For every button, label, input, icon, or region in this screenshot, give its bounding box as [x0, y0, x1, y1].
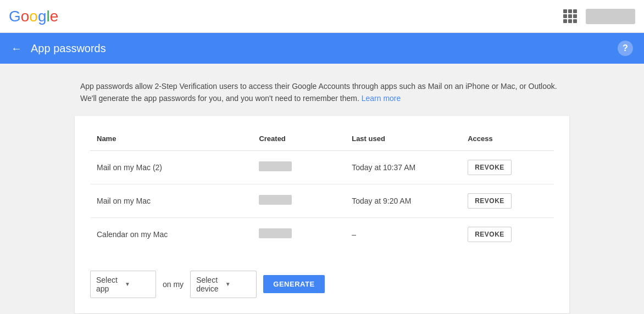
user-avatar[interactable]	[586, 9, 635, 24]
cell-last-used: Today at 9:20 AM	[345, 184, 461, 217]
col-header-access: Access	[461, 129, 554, 151]
logo-letter-e: e	[50, 8, 59, 25]
page-title: App passwords	[31, 42, 106, 55]
on-my-label: on my	[163, 280, 184, 289]
cell-access: REVOKE	[461, 184, 554, 217]
cell-name: Calendar on my Mac	[90, 217, 252, 251]
apps-grid-icon[interactable]	[563, 9, 577, 23]
top-nav-right	[563, 9, 635, 24]
cell-access: REVOKE	[461, 150, 554, 184]
help-button[interactable]: ?	[618, 41, 633, 56]
passwords-table: Name Created Last used Access Mail on my…	[90, 129, 554, 251]
table-row: Mail on my Mac (2) Today at 10:37 AM REV…	[90, 150, 554, 184]
generate-row: Select app ▼ on my Select device ▼ GENER…	[90, 266, 554, 298]
generate-button[interactable]: GENERATE	[263, 275, 324, 293]
table-row: Calendar on my Mac – REVOKE	[90, 217, 554, 251]
logo-letter-g: G	[9, 8, 21, 25]
col-header-last-used: Last used	[345, 129, 461, 151]
passwords-card: Name Created Last used Access Mail on my…	[75, 116, 569, 313]
main-content: App passwords allow 2-Step Verification …	[75, 64, 569, 314]
cell-name: Mail on my Mac	[90, 184, 252, 217]
logo-letter-o1: o	[21, 8, 30, 25]
col-header-name: Name	[90, 129, 252, 151]
cell-created	[252, 184, 345, 217]
header-bar: ← App passwords ?	[0, 33, 644, 64]
revoke-button[interactable]: REVOKE	[468, 193, 512, 209]
cell-last-used: Today at 10:37 AM	[345, 150, 461, 184]
select-device-dropdown[interactable]: Select device ▼	[190, 271, 257, 298]
select-device-label: Select device	[196, 276, 222, 293]
select-app-chevron-icon: ▼	[125, 281, 150, 287]
cell-name: Mail on my Mac (2)	[90, 150, 252, 184]
google-logo: Google	[9, 8, 58, 25]
cell-created	[252, 150, 345, 184]
revoke-button[interactable]: REVOKE	[468, 160, 512, 175]
header-left: ← App passwords	[11, 42, 106, 55]
select-app-label: Select app	[96, 276, 121, 293]
logo-letter-g2: g	[38, 8, 47, 25]
logo-letter-o2: o	[29, 8, 38, 25]
revoke-button[interactable]: REVOKE	[468, 227, 512, 242]
table-header-row: Name Created Last used Access	[90, 129, 554, 151]
top-nav: Google	[0, 0, 644, 33]
cell-last-used: –	[345, 217, 461, 251]
learn-more-link[interactable]: Learn more	[362, 94, 401, 103]
cell-access: REVOKE	[461, 217, 554, 251]
back-button[interactable]: ←	[11, 42, 22, 55]
select-device-chevron-icon: ▼	[225, 281, 251, 287]
select-app-dropdown[interactable]: Select app ▼	[90, 271, 156, 298]
col-header-created: Created	[252, 129, 345, 151]
cell-created	[252, 217, 345, 251]
description-text: App passwords allow 2-Step Verification …	[75, 80, 569, 105]
table-row: Mail on my Mac Today at 9:20 AM REVOKE	[90, 184, 554, 217]
